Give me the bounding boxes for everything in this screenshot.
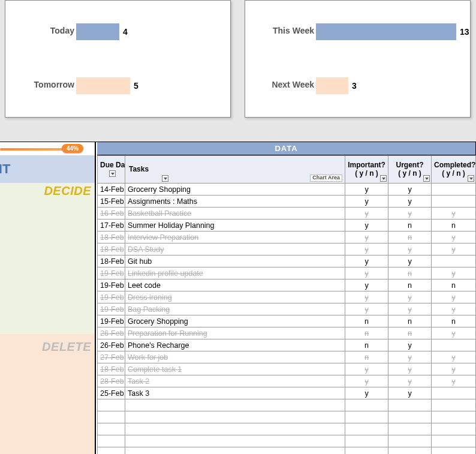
cell-due-date[interactable]: 25-Feb [98,387,125,399]
cell-empty[interactable] [345,435,388,447]
table-row[interactable] [98,411,476,423]
cell-urgent[interactable]: n [388,267,432,279]
cell-important[interactable]: y [345,375,388,387]
cell-task[interactable]: Assignments : Maths [125,196,345,208]
filter-icon[interactable] [468,175,474,182]
cell-urgent[interactable]: y [388,375,432,387]
filter-icon[interactable] [162,175,168,182]
table-row[interactable]: 19-FebDress ironingyyy [98,291,476,303]
cell-completed[interactable]: y [432,375,476,387]
cell-task[interactable]: Summer Holiday Planning [125,220,345,231]
cell-urgent[interactable]: n [388,315,432,327]
cell-empty[interactable] [98,411,125,423]
table-row[interactable] [98,423,476,435]
cell-task[interactable]: Leet code [125,279,345,291]
cell-due-date[interactable]: 18-Feb [98,363,125,375]
table-row[interactable]: 27-FebWork for jobnyy [98,351,476,363]
cell-urgent[interactable]: y [388,196,432,208]
cell-completed[interactable]: y [432,231,476,243]
cell-task[interactable]: Work for job [125,351,345,363]
cell-completed[interactable]: y [432,243,476,255]
cell-empty[interactable] [345,399,388,411]
cell-completed[interactable]: n [432,279,476,291]
cell-important[interactable]: y [345,267,388,279]
cell-empty[interactable] [388,411,432,423]
table-row[interactable]: 18-FebComplete task 1yyy [98,363,476,375]
cell-due-date[interactable]: 19-Feb [98,291,125,303]
cell-empty[interactable] [98,447,125,455]
cell-urgent[interactable]: y [388,303,432,315]
table-row[interactable]: 18-FebDSA Studyyyy [98,243,476,255]
cell-completed[interactable]: y [432,303,476,315]
cell-task[interactable]: Git hub [125,255,345,267]
table-row[interactable]: 28-FebTask 2yyy [98,375,476,387]
cell-urgent[interactable]: y [388,351,432,363]
table-row[interactable]: 19-FebGrocery Shoppingnnn [98,315,476,327]
cell-task[interactable]: Complete task 1 [125,363,345,375]
table-row[interactable]: 14-FebGrocerry Shoppingyy [98,184,476,196]
cell-due-date[interactable]: 26-Feb [98,327,125,339]
table-row[interactable] [98,435,476,447]
cell-task[interactable]: Preparation for Running [125,327,345,339]
cell-completed[interactable]: y [432,208,476,220]
cell-empty[interactable] [98,423,125,435]
cell-important[interactable]: y [345,243,388,255]
cell-due-date[interactable]: 27-Feb [98,351,125,363]
cell-empty[interactable] [388,399,432,411]
cell-empty[interactable] [432,411,476,423]
cell-due-date[interactable]: 19-Feb [98,303,125,315]
cell-empty[interactable] [388,447,432,455]
cell-task[interactable]: Bag Packing [125,303,345,315]
cell-empty[interactable] [125,435,345,447]
cell-completed[interactable] [432,196,476,208]
filter-icon[interactable] [380,175,387,182]
cell-completed[interactable] [432,184,476,196]
cell-due-date[interactable]: 19-Feb [98,267,125,279]
cell-important[interactable]: y [345,220,388,231]
cell-important[interactable]: y [345,279,388,291]
table-row[interactable]: 26-FebPreparation for Runningnny [98,327,476,339]
cell-urgent[interactable]: y [388,255,432,267]
cell-empty[interactable] [388,423,432,435]
col-header-important[interactable]: Important? ( y / n ) [345,156,388,184]
cell-completed[interactable]: y [432,327,476,339]
cell-due-date[interactable]: 19-Feb [98,315,125,327]
cell-urgent[interactable]: n [388,220,432,231]
cell-urgent[interactable]: y [388,387,432,399]
cell-urgent[interactable]: n [388,327,432,339]
cell-due-date[interactable]: 19-Feb [98,279,125,291]
table-row[interactable]: 17-FebSummer Holiday Planningynn [98,220,476,231]
cell-due-date[interactable]: 28-Feb [98,375,125,387]
cell-important[interactable]: y [345,208,388,220]
cell-task[interactable]: Linkedin profile update [125,267,345,279]
filter-icon[interactable] [423,175,430,182]
cell-empty[interactable] [125,447,345,455]
cell-due-date[interactable]: 14-Feb [98,184,125,196]
cell-urgent[interactable]: y [388,243,432,255]
cell-empty[interactable] [345,411,388,423]
cell-task[interactable]: Basketball Practice [125,208,345,220]
cell-due-date[interactable]: 15-Feb [98,196,125,208]
cell-empty[interactable] [98,435,125,447]
table-row[interactable]: 25-FebTask 3yy [98,387,476,399]
cell-empty[interactable] [98,399,125,411]
cell-important[interactable]: y [345,291,388,303]
task-table[interactable]: Due Date Tasks Chart Area Important? ( y… [97,155,476,454]
table-row[interactable]: 18-FebGit hubyy [98,255,476,267]
cell-completed[interactable]: y [432,291,476,303]
col-header-completed[interactable]: Completed? ( y / n ) [432,156,476,184]
cell-important[interactable]: n [345,327,388,339]
cell-empty[interactable] [388,435,432,447]
col-header-urgent[interactable]: Urgent? ( y / n ) [388,156,432,184]
cell-important[interactable]: y [345,363,388,375]
cell-important[interactable]: y [345,196,388,208]
cell-task[interactable]: Interview Preparation [125,231,345,243]
cell-empty[interactable] [125,423,345,435]
table-row[interactable]: 26-FebPhone's Rechargeny [98,339,476,351]
cell-due-date[interactable]: 18-Feb [98,255,125,267]
cell-empty[interactable] [345,447,388,455]
cell-due-date[interactable]: 26-Feb [98,339,125,351]
cell-urgent[interactable]: y [388,339,432,351]
cell-due-date[interactable]: 18-Feb [98,243,125,255]
table-row[interactable] [98,399,476,411]
